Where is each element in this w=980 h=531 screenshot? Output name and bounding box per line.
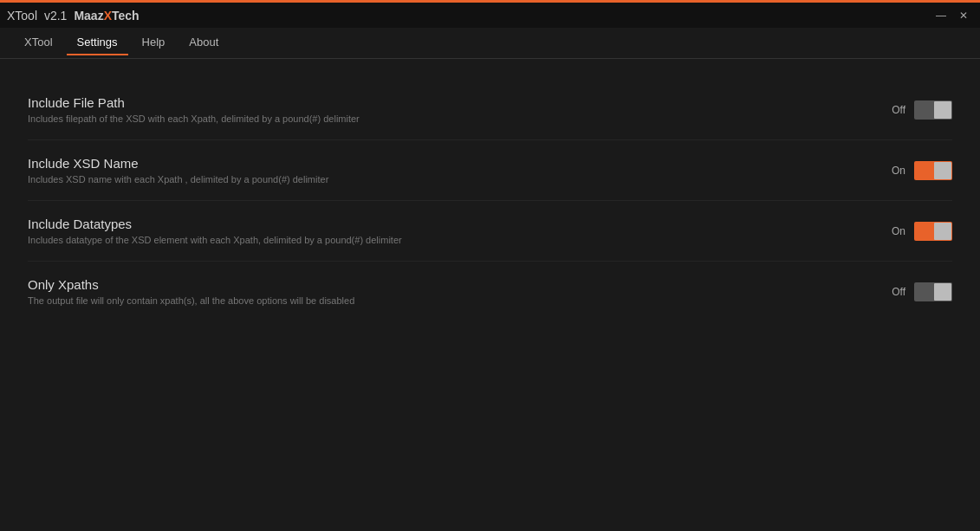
setting-info-include-xsd-name: Include XSD Name Includes XSD name with … <box>28 156 883 185</box>
toggle-switch-include-xsd-name[interactable] <box>914 161 952 180</box>
setting-desc-include-file-path: Includes filepath of the XSD with each X… <box>28 113 883 124</box>
setting-row-include-xsd-name: Include XSD Name Includes XSD name with … <box>28 140 952 201</box>
minimize-button[interactable]: — <box>931 7 951 24</box>
brand-maaz: Maaz <box>74 9 103 23</box>
title-bar-left: XTool v2.1 MaazXTech <box>7 9 140 23</box>
setting-title-include-datatypes: Include Datatypes <box>28 217 883 231</box>
title-bar-controls: — ✕ <box>931 7 973 24</box>
toggle-knob-include-datatypes <box>934 223 951 240</box>
setting-desc-only-xpaths: The output file will only contain xpath(… <box>28 295 883 306</box>
toggle-label-include-datatypes: On <box>888 225 905 237</box>
toggle-switch-include-file-path[interactable] <box>914 100 952 120</box>
menu-item-help[interactable]: Help <box>132 30 176 55</box>
toggle-label-include-xsd-name: On <box>888 165 905 177</box>
setting-control-include-datatypes: On <box>883 222 952 241</box>
settings-content: Include File Path Includes filepath of t… <box>0 59 980 342</box>
toggle-switch-only-xpaths[interactable] <box>914 282 952 301</box>
setting-row-include-datatypes: Include Datatypes Includes datatype of t… <box>28 201 952 262</box>
toggle-knob-include-xsd-name <box>934 162 951 179</box>
setting-control-only-xpaths: Off <box>883 282 952 301</box>
setting-desc-include-datatypes: Includes datatype of the XSD element wit… <box>28 235 883 245</box>
setting-info-only-xpaths: Only Xpaths The output file will only co… <box>28 277 883 306</box>
brand-x: X <box>104 9 112 23</box>
setting-desc-include-xsd-name: Includes XSD name with each Xpath , deli… <box>28 174 883 185</box>
app-version: v2.1 <box>44 9 67 23</box>
setting-title-only-xpaths: Only Xpaths <box>28 277 883 292</box>
setting-title-include-file-path: Include File Path <box>28 95 883 110</box>
setting-title-include-xsd-name: Include XSD Name <box>28 156 883 171</box>
toggle-knob-only-xpaths <box>934 283 951 301</box>
toggle-knob-include-file-path <box>934 101 951 119</box>
setting-info-include-datatypes: Include Datatypes Includes datatype of t… <box>28 217 883 245</box>
brand-name: MaazXTech <box>74 9 139 23</box>
setting-control-include-file-path: Off <box>883 100 952 120</box>
menu-item-settings[interactable]: Settings <box>67 30 128 55</box>
setting-row-include-file-path: Include File Path Includes filepath of t… <box>28 80 952 140</box>
setting-control-include-xsd-name: On <box>883 161 952 180</box>
app-title: XTool v2.1 <box>7 9 67 23</box>
toggle-label-only-xpaths: Off <box>888 286 905 298</box>
app-name: XTool <box>7 9 37 23</box>
menu-item-xtool[interactable]: XTool <box>14 30 63 55</box>
toggle-switch-include-datatypes[interactable] <box>914 222 952 241</box>
setting-info-include-file-path: Include File Path Includes filepath of t… <box>28 95 883 124</box>
toggle-label-include-file-path: Off <box>888 104 905 116</box>
menu-item-about[interactable]: About <box>178 30 229 55</box>
brand-tech: Tech <box>112 9 140 23</box>
title-bar: XTool v2.1 MaazXTech — ✕ <box>0 0 980 28</box>
setting-row-only-xpaths: Only Xpaths The output file will only co… <box>28 262 952 321</box>
close-button[interactable]: ✕ <box>954 7 973 24</box>
menu-bar: XTool Settings Help About <box>0 28 980 59</box>
